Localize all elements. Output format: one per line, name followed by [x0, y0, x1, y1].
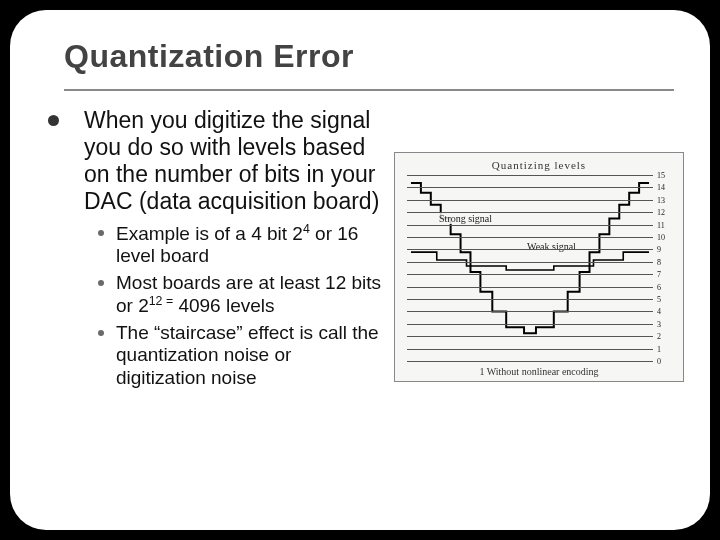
figure-title: Quantizing levels — [395, 159, 683, 171]
quantization-level-line — [407, 249, 653, 250]
quantization-level-line — [407, 200, 653, 201]
quantization-level-label: 2 — [657, 332, 679, 341]
quantization-figure: Quantizing levels Strong signal Weak sig… — [394, 152, 684, 382]
quantization-level-line — [407, 349, 653, 350]
quantization-level-line — [407, 299, 653, 300]
quantization-level-line — [407, 287, 653, 288]
quantization-level-label: 4 — [657, 307, 679, 316]
quantization-level-label: 10 — [657, 233, 679, 242]
sub1-sup: 4 — [303, 222, 310, 236]
quantization-level-line — [407, 311, 653, 312]
sub-bullet-3: The “staircase” effect is call the quant… — [98, 322, 384, 389]
bullet-list: When you digitize the signal you do so w… — [64, 107, 384, 389]
sub-bullet-list: Example is of a 4 bit 24 or 16 level boa… — [98, 222, 384, 390]
figure-caption: 1 Without nonlinear encoding — [395, 366, 683, 377]
bullet-main: When you digitize the signal you do so w… — [64, 107, 384, 389]
strong-signal-label: Strong signal — [437, 213, 494, 224]
quantization-level-line — [407, 237, 653, 238]
quantization-level-line — [407, 274, 653, 275]
sub-bullet-1: Example is of a 4 bit 24 or 16 level boa… — [98, 222, 384, 268]
quantization-level-line — [407, 225, 653, 226]
sub2-post: 4096 levels — [173, 295, 274, 316]
slide-title: Quantization Error — [64, 38, 674, 75]
quantization-level-label: 6 — [657, 282, 679, 291]
quantization-level-label: 13 — [657, 195, 679, 204]
quantization-level-label: 5 — [657, 295, 679, 304]
sub-bullet-2: Most boards are at least 12 bits or 212 … — [98, 272, 384, 318]
content-columns: When you digitize the signal you do so w… — [64, 107, 674, 397]
quantization-level-line — [407, 262, 653, 263]
quantization-level-line — [407, 187, 653, 188]
quantization-level-label: 15 — [657, 171, 679, 180]
quantization-level-line — [407, 212, 653, 213]
figure-svg — [407, 175, 653, 359]
slide: Quantization Error When you digitize the… — [10, 10, 710, 530]
quantization-level-label: 7 — [657, 270, 679, 279]
figure-column: Quantizing levels Strong signal Weak sig… — [394, 107, 684, 397]
sub1-pre: Example is of a 4 bit 2 — [116, 223, 303, 244]
quantization-level-label: 3 — [657, 319, 679, 328]
quantization-level-label: 1 — [657, 344, 679, 353]
quantization-level-line — [407, 324, 653, 325]
title-rule — [64, 89, 674, 91]
quantization-level-line — [407, 336, 653, 337]
quantization-level-label: 9 — [657, 245, 679, 254]
quantization-level-label: 8 — [657, 257, 679, 266]
quantization-level-line — [407, 175, 653, 176]
figure-plot-area: Strong signal Weak signal — [407, 175, 653, 359]
sub2-sup: 12 = — [149, 294, 173, 308]
bullet-main-text: When you digitize the signal you do so w… — [84, 107, 379, 214]
quantization-level-label: 0 — [657, 357, 679, 366]
quantization-level-label: 11 — [657, 220, 679, 229]
quantization-level-line — [407, 361, 653, 362]
text-column: When you digitize the signal you do so w… — [64, 107, 384, 397]
quantization-level-label: 14 — [657, 183, 679, 192]
quantization-level-label: 12 — [657, 208, 679, 217]
